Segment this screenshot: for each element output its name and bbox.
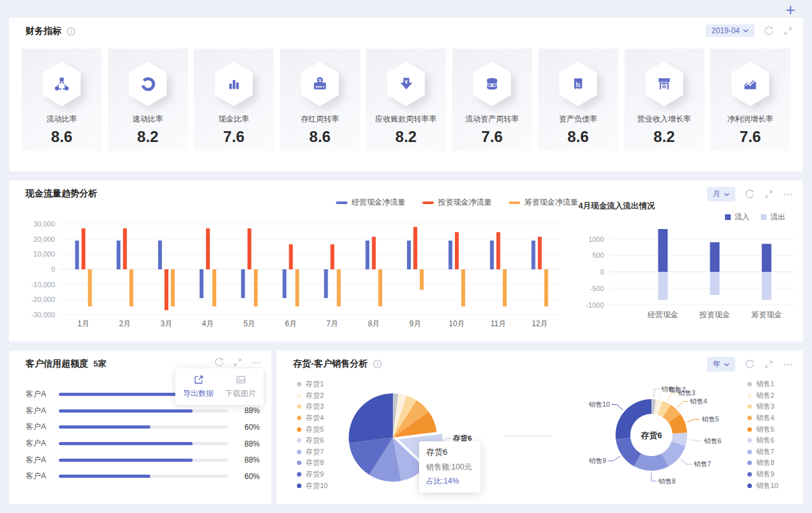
kpi-card-inventory-turnover[interactable]: $ 存红周转率 8.6 — [280, 49, 360, 151]
legend-item-financing[interactable]: 筹资现金净流量 — [509, 197, 578, 208]
kpi-card-receivables-turnover[interactable]: ¥ 应收账款周转率率 8.2 — [366, 49, 446, 151]
info-icon[interactable] — [67, 27, 76, 36]
bar-筹资现金净流量-12月[interactable] — [545, 269, 548, 306]
sales-donut-chart[interactable]: 销售1销售2销售3销售4销售5销售6销售7销售8销售9销售10存货6 — [546, 376, 744, 491]
kpi-card-current-assets-turnover[interactable]: ¥ 流动资产周转率 7.6 — [452, 49, 532, 151]
bar-筹资现金净流量-6月[interactable] — [296, 269, 299, 306]
legend-item-存货9[interactable]: 存货9 — [297, 469, 328, 480]
expand-icon[interactable] — [764, 359, 774, 369]
bar-投资现金净流量-9月[interactable] — [413, 227, 417, 269]
bar-筹资现金净流量-2月[interactable] — [129, 269, 133, 306]
refresh-icon[interactable] — [744, 189, 755, 200]
bar-经营现金净流量-4月[interactable] — [200, 269, 203, 298]
legend-item-存货10[interactable]: 存货10 — [297, 480, 328, 491]
bar-投资现金净流量-2月[interactable] — [123, 228, 127, 269]
refresh-icon[interactable] — [214, 357, 225, 368]
bar-投资现金净流量-7月[interactable] — [330, 244, 334, 269]
bar-投资现金净流量-4月[interactable] — [206, 228, 210, 269]
credit-row[interactable]: 客户A88% — [26, 403, 260, 420]
legend-item-存货3[interactable]: 存货3 — [297, 401, 328, 413]
legend-item-销售1[interactable]: 销售1 — [747, 379, 778, 390]
more-icon[interactable] — [783, 359, 793, 370]
bar-筹资现金净流量-9月[interactable] — [420, 269, 424, 290]
period-dropdown[interactable]: 2019-04 — [706, 24, 754, 37]
bar-流入-经营现金[interactable] — [658, 229, 668, 272]
legend-item-investing[interactable]: 投资现金净流量 — [422, 197, 492, 208]
legend-item-销售2[interactable]: 销售2 — [747, 390, 778, 402]
bar-筹资现金净流量-4月[interactable] — [212, 269, 216, 306]
bar-经营现金净流量-5月[interactable] — [241, 269, 245, 298]
legend-item-存货8[interactable]: 存货8 — [297, 457, 328, 469]
bar-经营现金净流量-1月[interactable] — [75, 241, 79, 269]
bar-经营现金净流量-6月[interactable] — [283, 269, 287, 298]
legend-item-operating[interactable]: 经营现金净流量 — [336, 197, 406, 208]
refresh-icon[interactable] — [744, 359, 755, 370]
legend-item-存货4[interactable]: 存货4 — [297, 413, 328, 424]
credit-row[interactable]: 客户A88% — [26, 452, 260, 468]
bar-流出-投资现金[interactable] — [710, 272, 720, 295]
bar-筹资现金净流量-5月[interactable] — [254, 269, 258, 306]
bar-投资现金净流量-6月[interactable] — [289, 244, 293, 269]
bar-经营现金净流量-7月[interactable] — [324, 269, 328, 298]
bar-投资现金净流量-3月[interactable] — [164, 269, 168, 310]
bar-筹资现金净流量-7月[interactable] — [337, 269, 340, 306]
bar-经营现金净流量-8月[interactable] — [365, 241, 369, 269]
bar-流出-筹资现金[interactable] — [762, 272, 772, 300]
kpi-card-revenue-growth[interactable]: $ 营业收入增长率 8.2 — [625, 49, 705, 151]
legend-item-销售6[interactable]: 销售6 — [747, 435, 778, 446]
legend-item-销售7[interactable]: 销售7 — [747, 446, 778, 458]
bar-经营现金净流量-9月[interactable] — [407, 241, 411, 269]
kpi-card-cash-ratio[interactable]: 现金比率 7.6 — [194, 49, 274, 151]
export-data-menu-item[interactable]: 导出数据 — [182, 374, 215, 399]
bar-投资现金净流量-8月[interactable] — [372, 237, 376, 269]
bar-投资现金净流量-1月[interactable] — [81, 228, 85, 269]
bar-筹资现金净流量-11月[interactable] — [503, 269, 507, 306]
bar-筹资现金净流量-1月[interactable] — [88, 269, 92, 306]
granularity-dropdown[interactable]: 月 — [707, 187, 735, 201]
year-dropdown[interactable]: 年 — [707, 357, 735, 372]
more-icon[interactable] — [783, 189, 793, 200]
legend-item-销售5[interactable]: 销售5 — [747, 423, 778, 435]
bar-投资现金净流量-11月[interactable] — [497, 232, 500, 269]
bar-筹资现金净流量-8月[interactable] — [378, 269, 382, 306]
credit-row[interactable]: 客户A88% — [26, 436, 260, 452]
bar-筹资现金净流量-3月[interactable] — [171, 269, 175, 306]
legend-item-销售3[interactable]: 销售3 — [747, 401, 778, 413]
kpi-card-debt-ratio[interactable]: 资产负债率 8.6 — [538, 49, 618, 151]
inflow-outflow-chart[interactable]: 10005000-500-1000经营现金投资现金筹资现金 — [572, 217, 799, 329]
legend-item-存货6[interactable]: 存货6 — [297, 435, 328, 446]
bar-投资现金净流量-5月[interactable] — [248, 228, 251, 269]
more-icon[interactable] — [251, 358, 261, 368]
kpi-card-quick-ratio[interactable]: 速动比率 8.2 — [108, 49, 188, 151]
bar-流入-投资现金[interactable] — [710, 242, 720, 272]
legend-item-存货2[interactable]: 存货2 — [297, 390, 328, 402]
credit-row[interactable]: 客户A60% — [26, 468, 260, 485]
legend-item-销售10[interactable]: 销售10 — [747, 480, 778, 491]
add-widget-button[interactable]: + — [786, 1, 795, 18]
bar-经营现金净流量-12月[interactable] — [532, 241, 536, 269]
pie-slice-存货10[interactable] — [349, 393, 393, 443]
expand-icon[interactable] — [233, 358, 243, 367]
cashflow-bar-chart[interactable]: 30,00020,00010,0000-10,000-20,000-30,000… — [18, 209, 565, 331]
bar-筹资现金净流量-10月[interactable] — [461, 269, 465, 306]
download-image-menu-item[interactable]: 下载图片 — [224, 374, 257, 399]
info-icon[interactable] — [373, 359, 382, 368]
bar-投资现金净流量-10月[interactable] — [455, 232, 459, 269]
bar-投资现金净流量-12月[interactable] — [538, 237, 542, 269]
refresh-icon[interactable] — [763, 26, 774, 36]
bar-经营现金净流量-11月[interactable] — [490, 241, 494, 269]
legend-item-销售4[interactable]: 销售4 — [747, 413, 778, 424]
legend-item-销售8[interactable]: 销售8 — [747, 457, 778, 469]
expand-icon[interactable] — [783, 26, 793, 36]
bar-流出-经营现金[interactable] — [658, 272, 668, 300]
credit-row[interactable]: 客户A60% — [26, 419, 260, 436]
legend-item-销售9[interactable]: 销售9 — [747, 469, 778, 480]
bar-流入-筹资现金[interactable] — [762, 244, 772, 272]
expand-icon[interactable] — [764, 189, 774, 199]
legend-item-存货1[interactable]: 存货1 — [297, 379, 328, 390]
bar-经营现金净流量-2月[interactable] — [116, 241, 120, 269]
legend-item-存货5[interactable]: 存货5 — [297, 423, 328, 435]
bar-经营现金净流量-3月[interactable] — [158, 241, 162, 269]
bar-经营现金净流量-10月[interactable] — [449, 241, 452, 269]
kpi-card-profit-growth[interactable]: 净利润增长率 7.6 — [710, 49, 790, 151]
